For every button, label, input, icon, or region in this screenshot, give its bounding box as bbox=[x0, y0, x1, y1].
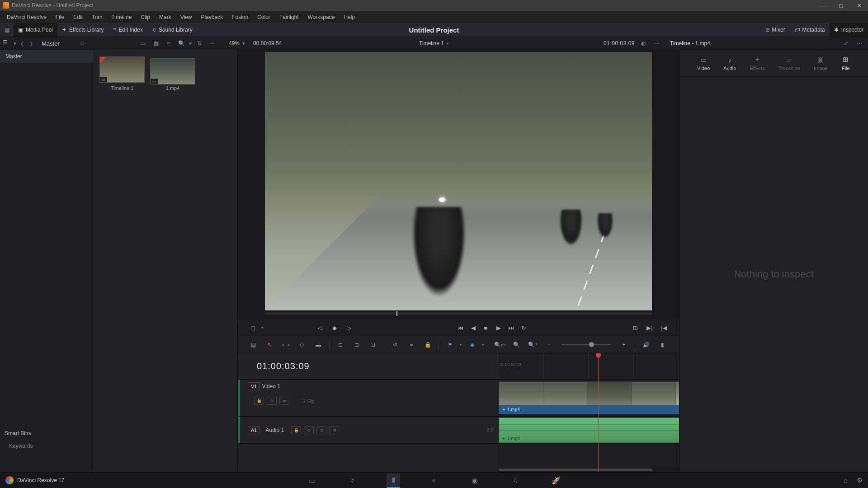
zoom-out-button[interactable]: − bbox=[542, 338, 555, 351]
thumb-view-icon[interactable]: ▦ bbox=[151, 38, 161, 48]
link-icon[interactable]: ⚭ bbox=[405, 338, 418, 351]
overwrite-clip-icon[interactable]: ⊐ bbox=[350, 338, 363, 351]
bin-path-label[interactable]: Master bbox=[42, 40, 60, 47]
monitor-audio-icon[interactable]: 🔊 bbox=[640, 338, 652, 351]
metadata-view-icon[interactable]: ▭ bbox=[138, 38, 148, 48]
track-lock-icon[interactable]: 🔓 bbox=[254, 397, 264, 405]
play-button[interactable]: ▶ bbox=[493, 322, 505, 333]
inspector-options-icon[interactable]: ⋯ bbox=[854, 38, 864, 48]
blade-tool-icon[interactable]: ▬ bbox=[312, 338, 325, 351]
track-disable-icon[interactable]: ▭ bbox=[279, 397, 289, 405]
viewer-scrubber[interactable] bbox=[238, 311, 679, 319]
video-clip[interactable]: ⚭1.mp4 bbox=[499, 381, 679, 414]
custom-zoom-icon[interactable]: 🔍⁺ bbox=[526, 338, 539, 351]
loop-button[interactable]: ↻ bbox=[518, 322, 530, 333]
dynamic-trim-icon[interactable]: ⟨⟩ bbox=[296, 338, 308, 351]
menu-view[interactable]: View bbox=[176, 13, 196, 22]
next-keyframe-icon[interactable]: ▷ bbox=[343, 322, 355, 333]
media-pool-panel[interactable]: ▭ Timeline 1 ♪▭ 1.mp4 bbox=[93, 50, 238, 472]
menu-davinci[interactable]: DaVinci Resolve bbox=[3, 13, 51, 22]
marker-icon[interactable]: ◆ bbox=[466, 338, 478, 351]
chevron-down-icon[interactable]: ▾ bbox=[482, 343, 484, 347]
timeline-view-options-icon[interactable]: ▤ bbox=[247, 338, 259, 351]
keyframe-icon[interactable]: ◆ bbox=[329, 322, 340, 333]
page-color-button[interactable]: ◉ bbox=[468, 474, 481, 487]
retime-icon[interactable]: ↺ bbox=[389, 338, 401, 351]
metadata-button[interactable]: 🏷 Metadata bbox=[790, 23, 830, 37]
menu-edit[interactable]: Edit bbox=[69, 13, 87, 22]
page-fairlight-button[interactable]: ♫ bbox=[509, 474, 522, 487]
viewer-zoom[interactable]: 49% bbox=[229, 40, 240, 47]
inspector-tab-video[interactable]: ▭Video bbox=[697, 55, 710, 71]
in-out-icon[interactable]: ◻ bbox=[247, 322, 259, 333]
menu-color[interactable]: Color bbox=[253, 13, 274, 22]
auto-select-icon[interactable]: ◇ bbox=[267, 397, 277, 405]
go-start-button[interactable]: ⏮ bbox=[455, 322, 467, 333]
menu-workspace[interactable]: Workspace bbox=[304, 13, 339, 22]
go-end-button[interactable]: ⏭ bbox=[505, 322, 517, 333]
zoom-in-button[interactable]: + bbox=[618, 338, 630, 351]
smart-bin-keywords[interactable]: Keywords bbox=[0, 440, 93, 452]
mixer-button[interactable]: ⎚ Mixer bbox=[761, 23, 789, 37]
next-edit-icon[interactable]: ▶| bbox=[644, 322, 656, 333]
track-header-a1[interactable]: A1 Audio 1 🔓 ◇ S M 2.0 bbox=[238, 417, 498, 444]
position-lock-icon[interactable]: 🔒 bbox=[421, 338, 434, 351]
menu-help[interactable]: Help bbox=[340, 13, 359, 22]
replace-clip-icon[interactable]: ⊔ bbox=[367, 338, 379, 351]
audio-clip[interactable]: ⚭1.mp4 bbox=[499, 418, 679, 443]
menu-file[interactable]: File bbox=[52, 13, 68, 22]
viewer[interactable] bbox=[238, 50, 679, 311]
timeline-name-dropdown[interactable]: Timeline 1 ▾ bbox=[419, 40, 449, 47]
insert-clip-icon[interactable]: ⊏ bbox=[334, 338, 347, 351]
page-edit-button[interactable]: ⫴ bbox=[387, 474, 400, 487]
nav-fwd-icon[interactable]: ❯ bbox=[28, 41, 34, 46]
zoom-to-fit-icon[interactable]: 🔍▭ bbox=[494, 338, 506, 351]
window-minimize-button[interactable]: ― bbox=[814, 0, 832, 11]
project-settings-button[interactable]: ⚙ bbox=[857, 476, 863, 484]
prev-keyframe-icon[interactable]: ◁ bbox=[314, 322, 326, 333]
track-badge-a1[interactable]: A1 bbox=[248, 426, 260, 434]
layout-icon[interactable]: ▤ bbox=[0, 23, 14, 37]
track-lock-icon[interactable]: 🔓 bbox=[291, 426, 301, 434]
inspector-tab-file[interactable]: ⊞File bbox=[841, 55, 850, 71]
detail-zoom-icon[interactable]: 🔍 bbox=[510, 338, 523, 351]
inspector-tab-transition[interactable]: ▱Transition bbox=[778, 55, 800, 71]
match-frame-icon[interactable]: ⊡ bbox=[629, 322, 641, 333]
menu-mark[interactable]: Mark bbox=[155, 13, 175, 22]
menu-fairlight[interactable]: Fairlight bbox=[275, 13, 303, 22]
page-media-button[interactable]: ▭ bbox=[305, 474, 319, 487]
chevron-down-icon[interactable]: ▾ bbox=[14, 40, 16, 47]
media-pool-button[interactable]: ▣ Media Pool bbox=[14, 23, 57, 37]
trim-tool-icon[interactable]: ⟷ bbox=[279, 338, 292, 351]
menu-trim[interactable]: Trim bbox=[88, 13, 107, 22]
effects-library-button[interactable]: ✦ Effects Library bbox=[57, 23, 108, 37]
bin-master[interactable]: Master bbox=[0, 50, 93, 63]
page-fusion-button[interactable]: ⟐ bbox=[427, 474, 441, 487]
media-item-clip[interactable]: ♪▭ 1.mp4 bbox=[150, 56, 195, 91]
stop-button[interactable]: ■ bbox=[480, 322, 492, 333]
menu-fusion[interactable]: Fusion bbox=[228, 13, 252, 22]
search-icon[interactable]: 🔍 bbox=[176, 38, 186, 48]
list-view-icon[interactable]: ≣ bbox=[164, 38, 174, 48]
chevron-down-icon[interactable]: ▾ bbox=[189, 40, 192, 47]
window-close-button[interactable]: ✕ bbox=[850, 0, 868, 11]
nav-back-icon[interactable]: ❮ bbox=[19, 41, 25, 46]
smart-bins-header[interactable]: Smart Bins bbox=[0, 427, 93, 440]
window-maximize-button[interactable]: ▢ bbox=[832, 0, 850, 11]
step-back-button[interactable]: ◀ bbox=[467, 322, 479, 333]
bypass-icon[interactable]: ◐ bbox=[638, 38, 648, 48]
sound-library-button[interactable]: ♫ Sound Library bbox=[147, 23, 197, 37]
inspector-expand-icon[interactable]: ⤢ bbox=[841, 38, 851, 48]
timeline-tracks[interactable]: 01:00:00:00 01:00:06:00 ⚭1.mp4 ⚭1.mp4 bbox=[498, 353, 679, 472]
menu-playback[interactable]: Playback bbox=[197, 13, 227, 22]
page-cut-button[interactable]: ⫽ bbox=[346, 474, 359, 487]
selection-tool-icon[interactable]: ↖ bbox=[263, 338, 276, 351]
auto-select-icon[interactable]: ◇ bbox=[304, 426, 314, 434]
menu-clip[interactable]: Clip bbox=[137, 13, 154, 22]
media-item-timeline[interactable]: ▭ Timeline 1 bbox=[99, 56, 145, 91]
track-badge-v1[interactable]: V1 bbox=[248, 382, 260, 390]
options-icon[interactable]: ⋯ bbox=[207, 38, 217, 48]
solo-icon[interactable]: S bbox=[316, 426, 326, 434]
mute-icon[interactable]: M bbox=[329, 426, 339, 434]
viewer-options-icon[interactable]: ⋯ bbox=[652, 38, 662, 48]
